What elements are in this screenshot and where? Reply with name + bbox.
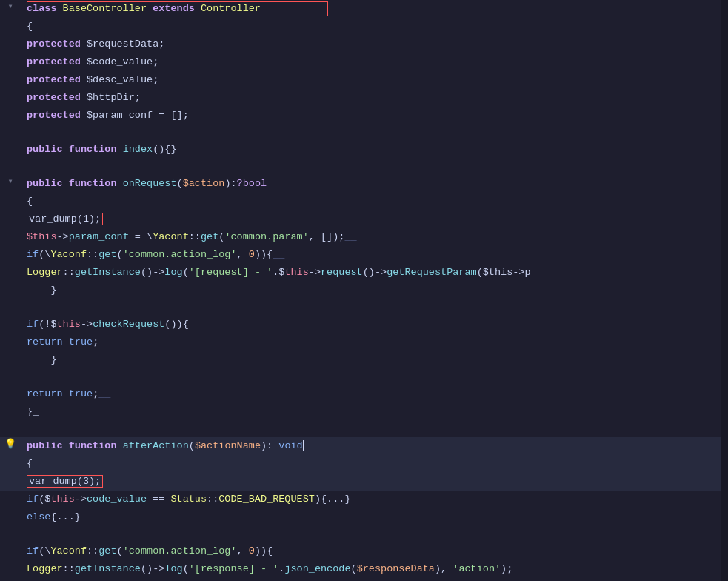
token-punct: {...}: [50, 511, 81, 522]
collapse-arrow-icon[interactable]: ▾: [7, 176, 13, 187]
line-content: protected $param_conf = [];: [21, 107, 728, 124]
line-content: }_: [21, 404, 728, 420]
token-punct: ->: [309, 267, 321, 278]
token-punct: (: [189, 440, 195, 451]
token-punct: ;: [183, 110, 189, 121]
token-punct: ,: [237, 249, 249, 260]
token-class-name: Logger: [27, 267, 63, 278]
token-comment: __: [344, 231, 356, 242]
token-kw: function: [69, 440, 123, 451]
token-punct: ($: [39, 494, 50, 505]
token-kw2: if: [27, 319, 39, 330]
code-line: if(\Yaconf::get('common.action_log', 0))…: [0, 542, 728, 560]
lightbulb-icon[interactable]: 💡: [4, 438, 16, 450]
token-punct: {: [27, 196, 33, 207]
token-str: 'action': [453, 563, 501, 574]
line-content: var_dump(1);: [21, 211, 728, 228]
code-line: else{...}: [0, 508, 728, 526]
line-content: protected $code_value;: [21, 54, 728, 70]
token-kw: protected: [27, 74, 87, 85]
line-content: if(\Yaconf::get('common.action_log', 0))…: [21, 543, 728, 560]
token-kw: public: [27, 144, 69, 155]
code-line: Logger::getInstance()->log('[request] - …: [0, 264, 728, 282]
line-content: {: [21, 193, 728, 210]
token-class-name: Status: [170, 494, 207, 505]
line-content: }: [21, 352, 728, 368]
code-line: $this->param_conf = \Yaconf::get('common…: [0, 228, 728, 246]
line-content: if(!$this->checkRequest()){: [21, 316, 728, 333]
token-var-special: this: [50, 494, 74, 505]
token-punct: ),: [435, 563, 453, 574]
token-punct: ;: [153, 74, 158, 85]
line-content: else{...}: [21, 509, 728, 525]
token-fn: index: [123, 144, 153, 155]
token-punct: \: [147, 231, 153, 242]
line-content: public function index(){}: [21, 142, 728, 158]
token-fn: get: [98, 249, 116, 260]
token-kw: protected: [27, 56, 87, 67]
token-punct: ,: [237, 545, 249, 557]
token-var: $code_value: [87, 56, 153, 67]
token-bool-type: ?bool: [237, 178, 267, 189]
token-punct: ;: [158, 39, 164, 50]
scrollbar[interactable]: [721, 0, 728, 581]
token-punct: ==: [147, 494, 170, 505]
token-punct: }_: [27, 406, 39, 417]
code-line: 💡public function afterAction($actionName…: [0, 437, 728, 455]
token-comment: __: [273, 249, 284, 260]
token-punct: ()){: [164, 319, 195, 330]
token-var-special: this: [284, 267, 308, 278]
token-punct: ->: [75, 494, 87, 505]
token-kw2: if: [27, 545, 39, 557]
code-line: }: [0, 282, 728, 299]
token-kw: class: [27, 3, 63, 14]
token-punct: (: [117, 249, 123, 260]
line-content: }: [21, 282, 728, 299]
token-fn: request: [321, 267, 363, 278]
token-method: code_value: [87, 494, 147, 505]
token-punct: =: [129, 231, 147, 242]
token-var-special: $this: [27, 231, 57, 242]
code-line: protected $param_conf = [];: [0, 107, 728, 124]
token-punct: .$: [273, 267, 284, 278]
line-gutter: 💡: [0, 438, 21, 450]
token-fn: log: [164, 267, 182, 278]
line-content: protected $requestData;: [21, 36, 728, 53]
token-punct: }: [27, 285, 57, 296]
token-punct: )){: [255, 545, 273, 557]
token-fn: afterAction: [123, 440, 189, 451]
collapse-arrow-icon[interactable]: ▾: [7, 1, 13, 12]
token-kw2: if: [27, 494, 39, 505]
code-line: protected $code_value;: [0, 53, 728, 71]
code-line: [0, 159, 728, 175]
debug-highlight: var_dump(1);: [27, 213, 103, 225]
token-var: $desc_value: [87, 74, 153, 85]
line-content: class BaseController extends Controller: [21, 1, 728, 17]
code-line: [0, 421, 728, 437]
token-str: '[request] - ': [189, 267, 273, 278]
token-kw2: return: [27, 336, 69, 348]
line-content: public function afterAction($actionName)…: [21, 438, 728, 454]
token-comment: __: [98, 388, 110, 399]
line-content: if($this->code_value == Status::CODE_BAD…: [21, 491, 728, 508]
token-var: $httpDir: [87, 92, 135, 103]
token-punct: (: [177, 178, 183, 189]
token-class-name: Logger: [27, 563, 63, 574]
token-kw: public: [27, 178, 69, 189]
token-class-name: Yaconf: [153, 231, 189, 242]
token-kw: public: [27, 440, 69, 451]
token-punct: ()->: [141, 563, 164, 574]
code-line: Logger::getInstance()->log('[response] -…: [0, 560, 728, 578]
token-var-special: this: [57, 319, 81, 330]
token-kw: function: [69, 144, 123, 155]
token-fn: get: [98, 545, 116, 557]
token-punct: ::: [63, 267, 75, 278]
token-class-name: Controller: [201, 3, 261, 14]
debug-highlight: var_dump(3);: [27, 475, 103, 488]
token-punct: ($this->p: [477, 267, 531, 278]
token-punct: );: [333, 231, 344, 242]
code-line: ▾class BaseController extends Controller: [0, 0, 728, 18]
line-content: Logger::getInstance()->log('[request] - …: [21, 265, 728, 281]
code-line: if(!$this->checkRequest()){: [0, 316, 728, 333]
line-gutter: ▾: [0, 1, 21, 12]
